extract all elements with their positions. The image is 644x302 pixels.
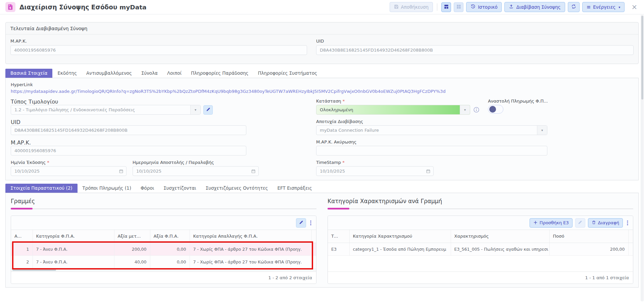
lines-grid-toolbar	[11, 216, 316, 230]
cell-line-number: 2	[11, 255, 33, 268]
save-label: Αποθήκευση	[401, 4, 429, 10]
header-toolbar: Αποθήκευση	[390, 2, 639, 12]
more-options-icon[interactable]	[309, 220, 313, 226]
classifications-table: Τ... Κατηγορία Χαρακτηρισμού Χαρακτηρισμ…	[328, 230, 633, 256]
status-dropdown[interactable]: Ολοκληρωμένη ▾	[316, 105, 470, 115]
pencil-icon	[578, 220, 582, 226]
classifications-title: Κατηγορία Χαρακτηρισμών ανά Γραμμή	[328, 198, 633, 204]
edit-line-button[interactable]	[296, 218, 306, 228]
lines-header-row: Α... Κατηγορία Φ.Π.Α. Αξία μετ... Αξία Φ…	[11, 230, 316, 243]
document-lines-panel: Γραμμές	[5, 193, 639, 288]
issue-date-label: Ημ/νία Έκδοσης *	[11, 160, 127, 165]
actions-menu-button[interactable]: ≡ Ενέργειες ▾	[582, 2, 625, 12]
tab-delivery-info[interactable]: Πληροφορίες Παράδοσης	[187, 69, 253, 78]
tab-totals[interactable]: Σύνολα	[137, 69, 162, 78]
tab-system-info[interactable]: Πληροφορίες Συστήματος	[253, 69, 321, 78]
tab-correlated[interactable]: Συσχετίζονται	[159, 184, 200, 193]
cell-amount: 200,00	[549, 243, 628, 255]
calendar-icon[interactable]	[116, 167, 126, 176]
transmission-failure-group: Αποτυχία Διαβίβασης myData Connection Fa…	[316, 119, 547, 135]
save-button[interactable]: Αποθήκευση	[390, 2, 433, 12]
page-scrollbar[interactable]	[641, 15, 644, 301]
table-row[interactable]: 2 7 - Άνευ Φ.Π.Α. 40,00 0,00 7 - Χωρίς Φ…	[11, 255, 316, 268]
transmit-summary-button[interactable]: Διαβίβαση Σύνοψης	[504, 2, 565, 12]
invoice-type-edit-button[interactable]	[203, 105, 213, 115]
col-vat-category[interactable]: Κατηγορία Φ.Π.Α.	[33, 230, 114, 243]
dropdown-arrow-icon[interactable]: ▾	[537, 126, 547, 135]
uid-input[interactable]: D8A430B8E16825145FD164932D46268F208B800B	[316, 45, 634, 55]
col-type[interactable]: Τ...	[328, 230, 349, 243]
col-classification-category[interactable]: Κατηγορία Χαρακτηρισμού	[349, 230, 451, 243]
grid-layout-toggle-button[interactable]	[454, 2, 463, 12]
table-row[interactable]: Ε3 category1_1 - Έσοδα από Πώληση Εμπορε…	[328, 243, 633, 255]
close-icon[interactable]: ×	[630, 4, 639, 11]
classifications-section: Κατηγορία Χαρακτηρισμών ανά Γραμμή + Προ…	[328, 197, 633, 284]
mark-input[interactable]: 400001956085976	[11, 146, 246, 156]
cell-classification-category: category1_1 - Έσοδα από Πώληση Εμπορευμ	[349, 243, 451, 255]
scrollbar-thumb[interactable]	[12, 269, 56, 271]
pencil-icon	[206, 107, 210, 113]
calendar-icon[interactable]	[248, 167, 258, 176]
delete-classification-button[interactable]: Διαγραφή	[588, 218, 623, 228]
col-classification[interactable]: Χαρακτηρισμός	[451, 230, 549, 243]
required-marker: *	[343, 99, 345, 104]
scrollbar-thumb[interactable]	[641, 16, 643, 100]
table-row[interactable]: 1 7 - Άνευ Φ.Π.Α. 200,00 0,00 7 - Χωρίς …	[11, 243, 316, 255]
transmission-failure-dropdown[interactable]: myData Connection Failure ▾	[316, 125, 547, 135]
timestamp-input[interactable]: 10/10/2025	[316, 166, 434, 176]
title-underline	[11, 208, 316, 209]
col-vat-exemption[interactable]: Κατηγορία Απαλλαγής Φ.Π.Α.	[190, 230, 311, 243]
cell-net-value: 200,00	[114, 243, 150, 255]
history-button[interactable]: Ιστορικό	[466, 2, 502, 12]
add-e3-button[interactable]: + Προσθήκη Ε3	[530, 218, 573, 228]
cell-line-number: 1	[11, 243, 33, 255]
vat-suspension-toggle[interactable]	[488, 105, 503, 114]
panel-body: Μ.ΑΡ.Κ. 400001956085976 UID D8A430B8E168…	[6, 35, 638, 64]
col-line-number[interactable]: Α...	[11, 230, 33, 243]
tab-basic-info[interactable]: Βασικά Στοιχεία	[5, 69, 52, 78]
hyperlink-label: HyperLink	[11, 82, 633, 87]
transmission-failure-label: Αποτυχία Διαβίβασης	[316, 119, 547, 124]
calendar-icon[interactable]	[423, 167, 433, 176]
tab-issuer[interactable]: Εκδότης	[53, 69, 81, 78]
tab-document-lines[interactable]: Στοιχεία Παραστατικού (2)	[5, 184, 78, 193]
horizontal-scrollbar[interactable]	[11, 268, 316, 271]
cell-vat-category: 7 - Άνευ Φ.Π.Α.	[33, 255, 114, 268]
col-amount[interactable]: Ποσό	[549, 230, 628, 243]
col-filler	[311, 230, 316, 243]
cell-filler	[628, 243, 633, 255]
mark-input[interactable]: 400001956085976	[10, 45, 307, 55]
invoice-type-value: 1.2 - Τιμολόγιο Πώλησης / Ενδοκοινοτικές…	[11, 105, 190, 114]
mark-cancellation-input[interactable]	[316, 146, 547, 156]
refresh-button[interactable]	[568, 2, 580, 12]
tab-payment-methods[interactable]: Τρόποι Πληρωμής (1)	[78, 184, 136, 193]
status-value: Ολοκληρωμένη	[316, 105, 460, 114]
tab-taxes[interactable]: Φόροι	[136, 184, 158, 193]
col-net-value[interactable]: Αξία μετ...	[114, 230, 150, 243]
cell-vat-value: 0,00	[150, 243, 190, 255]
toggle-knob	[489, 106, 496, 113]
save-icon	[394, 4, 399, 10]
dropdown-arrow-icon[interactable]: ▾	[190, 105, 200, 114]
more-options-icon[interactable]	[626, 220, 630, 226]
issue-date-input[interactable]: 10/10/2025	[11, 166, 127, 176]
cell-vat-exemption: 7 - Χωρίς ΦΠΑ - άρθρο 27 του Κώδικα ΦΠΑ …	[190, 243, 311, 255]
cell-filler	[311, 255, 316, 268]
dropdown-arrow-icon[interactable]: ▾	[460, 105, 470, 114]
invoice-type-dropdown[interactable]: 1.2 - Τιμολόγιο Πώλησης / Ενδοκοινοτικές…	[11, 105, 201, 115]
tab-counterparty[interactable]: Αντισυμβαλλόμενος	[82, 69, 136, 78]
uid-input[interactable]: D8A430B8E16825145FD164932D46268F208B800B	[11, 125, 246, 135]
tab-other[interactable]: Λοιποί	[163, 69, 186, 78]
edit-classification-button[interactable]	[575, 218, 585, 228]
tab-eft-collections[interactable]: EFT Εισπράξεις	[273, 184, 316, 193]
issue-date-group: Ημ/νία Έκδοσης * 10/10/2025	[11, 160, 127, 176]
hyperlink-url[interactable]: https://mydataapidev.aade.gr/TimologioQR…	[11, 89, 633, 94]
info-icon[interactable]	[473, 106, 480, 114]
tab-correlated-entities[interactable]: Συσχετιζόμενες Οντότητες	[201, 184, 273, 193]
classifications-pager-info: 1 - 1 από 1 στοιχεία	[328, 271, 633, 284]
dispatch-date-input[interactable]: 10/10/2025	[133, 166, 259, 176]
lines-grid-card: Α... Κατηγορία Φ.Π.Α. Αξία μετ... Αξία Φ…	[11, 216, 316, 284]
upload-icon	[509, 4, 514, 10]
detail-layout-toggle-button[interactable]	[441, 2, 451, 12]
col-vat-value[interactable]: Αξία Φ.Π.Α.	[150, 230, 190, 243]
